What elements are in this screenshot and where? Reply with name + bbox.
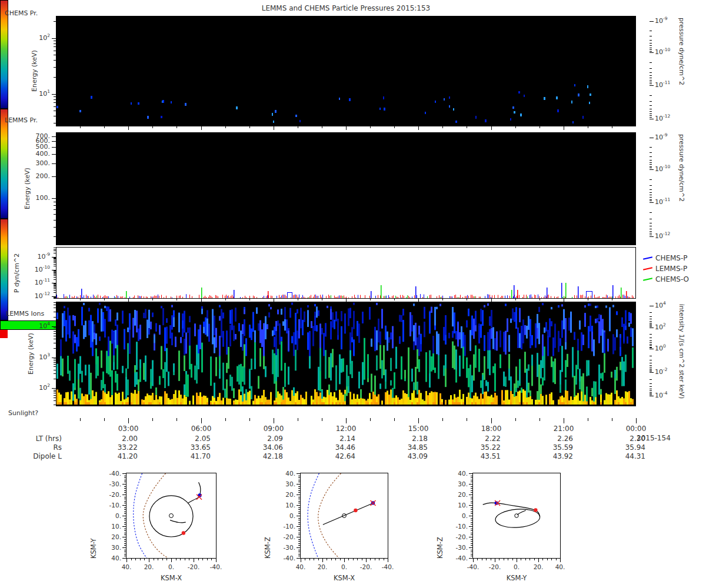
tick-ytick-minor [54, 343, 56, 343]
tick-orbit-ytick [297, 547, 300, 548]
tick-cbtick-minor [650, 36, 652, 36]
tick-orbit-xtick [388, 559, 388, 562]
tick-xtick [564, 126, 564, 130]
tick-orbit-ytick [298, 507, 300, 508]
ephemeris-value: 41.20 [91, 452, 138, 460]
tick-orbit-ytick [122, 505, 126, 506]
tick-ytick-minor [54, 288, 56, 289]
y-axis-title-pressure: P dyn/cm^2 [13, 247, 21, 299]
tick-cbtick-minor [650, 168, 652, 168]
event-marker [182, 531, 185, 534]
tick-cbtick-minor [650, 156, 652, 157]
tick-xtick [298, 126, 298, 128]
tick-cbtick-minor [650, 326, 652, 327]
tick-xtick [249, 299, 250, 300]
tick-ytick-minor [54, 96, 56, 97]
exponent: -9 [46, 252, 50, 257]
tick-cbtick-minor [650, 75, 652, 76]
tick-cbtick-minor [650, 312, 652, 313]
tick-orbit-xtick [348, 559, 349, 560]
tick-xtick [104, 299, 105, 300]
bow-shock-curve [134, 473, 146, 558]
tick-orbit-xtick [207, 559, 208, 560]
orbit-yaxis-title: KSM-Y [89, 473, 98, 559]
exponent: -12 [663, 113, 670, 119]
tick-orbit-ytick [122, 484, 126, 485]
tick-ytick-minor [54, 360, 56, 361]
tick-orbit-ytick [298, 518, 300, 519]
tick-orbit-ytick [471, 476, 472, 476]
orbit-xtick-label: -20. [182, 563, 205, 570]
tick-cbtick-minor [650, 212, 652, 213]
tick-cbtick-major [650, 328, 654, 328]
orbit-ytick-label: 40. [274, 470, 295, 477]
tick-orbit-ytick [471, 512, 472, 512]
pressure-line-series [56, 248, 635, 298]
tick-time-axis-tick [515, 418, 516, 421]
exponent: -9 [663, 132, 667, 138]
tick-ytick-minor [54, 298, 56, 298]
y-axis-tick-label: 10-10 [21, 266, 50, 273]
tick-time-axis-tick [588, 418, 588, 421]
tick-orbit-xtick [149, 559, 149, 562]
tick-cbtick-minor [650, 147, 652, 148]
tick-orbit-xtick [171, 559, 172, 562]
tick-orbit-ytick [471, 520, 472, 520]
tick-orbit-xtick [135, 559, 136, 560]
exponent: -4 [663, 390, 667, 396]
panel-label-ions: LEMMS Ions [6, 310, 44, 318]
tick-time-axis-tick [249, 418, 250, 421]
orbit-ytick-label: 20. [447, 491, 468, 498]
tick-ytick-minor [54, 253, 56, 253]
tick-cbtick-major [650, 138, 654, 138]
tick-cbtick-minor [650, 192, 652, 193]
ephemeris-value: 33.65 [164, 443, 211, 452]
tick-orbit-ytick [298, 552, 300, 552]
bow-shock-curve [308, 473, 319, 558]
tick-ytick-minor [54, 264, 56, 265]
tick-cbtick-minor [650, 105, 652, 106]
tick-ytick-minor [54, 258, 56, 259]
tick-orbit-ytick [471, 477, 472, 478]
tick-orbit-ytick [297, 526, 300, 527]
tick-xtick [612, 126, 612, 128]
tick-ytick-minor [54, 312, 56, 312]
orbit-ytick-label: -20. [447, 533, 468, 540]
ephemeris-value: 2.05 [164, 435, 211, 443]
tick-orbit-xtick [322, 559, 323, 562]
tick-time-axis-tick [346, 418, 347, 423]
tick-orbit-xtick [508, 559, 508, 560]
exponent: -12 [663, 231, 670, 236]
tick-cbtick-minor [650, 386, 652, 387]
legend-swatch-chems-p [643, 256, 652, 259]
tick-time-axis-tick [394, 418, 395, 421]
tick-cbtick-minor [650, 201, 652, 201]
tick-orbit-xtick [560, 559, 561, 562]
tick-orbit-xtick [357, 559, 358, 560]
tick-cbtick-minor [650, 365, 652, 366]
tick-ytick-minor [54, 302, 56, 303]
tick-xtick [249, 126, 250, 128]
orbit-ytick-label: -30. [100, 480, 121, 487]
tick-cbtick-minor [650, 334, 652, 335]
tick-orbit-ytick [469, 473, 472, 474]
tick-ytick-minor [54, 362, 56, 363]
tick-orbit-xtick [185, 559, 185, 560]
orbit-ytick-label: -20. [100, 491, 121, 498]
tick-ytick-minor [54, 379, 56, 379]
tick-xtick [588, 126, 588, 128]
tick-xtick [80, 299, 81, 300]
tick-ytick-minor [54, 51, 56, 51]
tick-cbtick-major [650, 306, 654, 306]
tick-cbtick-minor [650, 189, 652, 190]
tick-cbtick-minor [650, 179, 652, 180]
tick-ytick-minor [54, 116, 56, 116]
tick-orbit-ytick [469, 505, 472, 506]
tick-orbit-ytick [298, 539, 300, 540]
colorbar-title-pressure-1: pressure dyne/cm^2 [678, 18, 685, 126]
tick-ytick-minor [54, 266, 56, 266]
tick-cbtick-minor [650, 48, 652, 48]
tick-cbtick-minor [650, 51, 652, 52]
tick-ytick-minor [54, 141, 56, 142]
tick-orbit-xtick [309, 559, 310, 560]
